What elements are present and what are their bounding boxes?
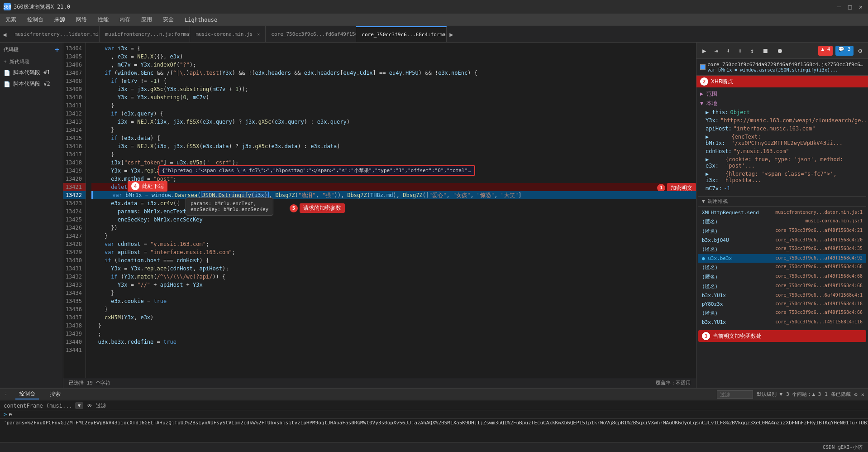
close-button[interactable]: ✕: [857, 3, 864, 10]
debug-step-over-btn[interactable]: ⇥: [712, 46, 720, 56]
line-num-13425[interactable]: 13425: [63, 216, 86, 224]
line-num-13411[interactable]: 13411: [63, 101, 86, 110]
cs-item-6[interactable]: (匿名) core_750cc3f9c6...af49f1568c4:68: [698, 263, 866, 272]
line-num-13406[interactable]: 13406: [63, 61, 86, 69]
line-num-13409[interactable]: 13409: [63, 85, 86, 93]
debug-step-btn[interactable]: ↕: [748, 46, 756, 56]
tab-music-corona[interactable]: music-corona.min.js ✕: [190, 26, 266, 42]
add-code-segment-button[interactable]: +: [55, 45, 59, 54]
line-num-13424[interactable]: 13424: [63, 207, 86, 216]
line-num-13419[interactable]: 13419: [63, 167, 86, 175]
cs-item-9[interactable]: b3x.YU1x core_750cc3f9c6...6af49f1568c4:…: [698, 291, 866, 300]
menu-item-memory[interactable]: 内存: [118, 15, 132, 24]
line-num-13414[interactable]: 13414: [63, 126, 86, 134]
line-num-13423[interactable]: 13423: [63, 199, 86, 207]
cs-item-8[interactable]: (匿名) core_750cc3f9c6...af49f1568c4:68: [698, 282, 866, 291]
line-num-13416[interactable]: 13416: [63, 142, 86, 150]
cs-item-11[interactable]: (匿名) core_750cc3f9c6...af49f1568c4:66: [698, 308, 866, 318]
xhr-breakpoint-item[interactable]: core_750cc3f9c674da9729fd6af49f1568c4.js…: [696, 59, 868, 76]
cs-item-10[interactable]: pY8Qz3x core_750cc3f9c6...af49f1568c4:18: [698, 300, 866, 308]
filter-input[interactable]: [717, 390, 753, 399]
cs-item-4[interactable]: (匿名) core_750cc3f9c6...af49f1568c4:35: [698, 245, 866, 254]
tab-nav-prev[interactable]: ◀: [0, 31, 9, 38]
line-num-13422[interactable]: 13422: [63, 191, 86, 199]
line-num-13438[interactable]: 13438: [63, 322, 86, 330]
call-stack-header[interactable]: ▼ 调用堆栈: [698, 196, 866, 207]
maximize-button[interactable]: □: [846, 3, 854, 10]
line-num-13435[interactable]: 13435: [63, 297, 86, 305]
menu-item-application[interactable]: 应用: [139, 15, 154, 24]
tab-musicfrontencry-formatted[interactable]: musicfrontencry...n.js:formatted ✕: [100, 26, 190, 42]
cs-item-2[interactable]: (匿名) core_750cc3f9c6...af49f1568c4:21: [698, 226, 866, 236]
debug-record-btn[interactable]: ⏺: [774, 46, 785, 56]
console-tab-console[interactable]: 控制台: [15, 389, 39, 399]
xhr-checkbox[interactable]: [700, 64, 706, 70]
default-level-select[interactable]: 默认级别 ▼: [757, 391, 782, 398]
line-num-13441[interactable]: 13441: [63, 346, 86, 354]
sidebar-item-script2[interactable]: 📄 脚本代码段 #2: [0, 78, 63, 90]
line-num-13407[interactable]: 13407: [63, 69, 86, 77]
resize-handle[interactable]: ⋮: [4, 392, 8, 397]
debug-step-into-btn[interactable]: ⬇: [724, 46, 732, 56]
debug-resume-btn[interactable]: ▶: [700, 46, 708, 56]
menu-item-sources[interactable]: 来源: [52, 15, 67, 24]
line-num-13418[interactable]: 13418: [63, 159, 86, 167]
console-tab-search[interactable]: 搜索: [46, 389, 64, 399]
scope-header-range[interactable]: ▶ 范围: [698, 89, 866, 99]
line-num-13436[interactable]: 13436: [63, 305, 86, 313]
cs-item-1[interactable]: (匿名) music-corona.min.js:1: [698, 217, 866, 226]
line-num-13440[interactable]: 13440: [63, 338, 86, 346]
line-num-13420[interactable]: 13420: [63, 175, 86, 183]
tab-musicfrontencry-validator[interactable]: musicfrontencry...lidator.min.js ✕: [9, 26, 100, 42]
scope-header-local[interactable]: ▼ 本地: [698, 99, 866, 108]
menu-item-security[interactable]: 安全: [161, 15, 176, 24]
line-num-13434[interactable]: 13434: [63, 289, 86, 297]
line-num-13408[interactable]: 13408: [63, 77, 86, 85]
line-num-13421[interactable]: 13421: [63, 183, 86, 191]
menu-item-elements[interactable]: 元素: [4, 15, 18, 24]
console-frame-dropdown[interactable]: ▼: [75, 402, 84, 409]
minimize-button[interactable]: ─: [835, 3, 843, 10]
cs-item-7[interactable]: (匿名) core_750cc3f9c6...af49f1568c4:68: [698, 272, 866, 282]
tab-core-formatted[interactable]: core_750cc3f9c6...68c4:formatted ✕: [356, 26, 447, 42]
new-code-segment-button[interactable]: + 新代码段: [0, 57, 63, 67]
line-num-13405[interactable]: 13405: [63, 53, 86, 61]
line-num-13412[interactable]: 13412: [63, 110, 86, 118]
code-scroll[interactable]: 13404 13405 13406 13407 13408 13409 1341…: [63, 43, 696, 378]
line-num-13439[interactable]: 13439: [63, 330, 86, 338]
line-num-13413[interactable]: 13413: [63, 118, 86, 126]
cs-item-12[interactable]: b3x.YU1x core_750cc3f9c6...f49f1568c4:11…: [698, 318, 866, 327]
cs-item-0[interactable]: XMLHttpRequest.send musicfrontencry...da…: [698, 208, 866, 217]
line-num-13417[interactable]: 13417: [63, 150, 86, 159]
cs-item-5-active[interactable]: ● u3x.be3x core_750cc3f9c6...af49f1568c4…: [698, 254, 866, 263]
menu-item-performance[interactable]: 性能: [96, 15, 110, 24]
line-num-13429[interactable]: 13429: [63, 248, 86, 256]
line-num-13427[interactable]: 13427: [63, 232, 86, 240]
settings-icon[interactable]: ⚙: [856, 46, 864, 56]
line-num-13437[interactable]: 13437: [63, 313, 86, 322]
debug-deactivate-btn[interactable]: ⏹: [760, 46, 771, 56]
menu-item-lighthouse[interactable]: Lighthouse: [183, 16, 219, 24]
code-line-13435: e3x.cookie = true: [91, 297, 696, 305]
line-num-13430[interactable]: 13430: [63, 256, 86, 264]
tab-nav-next[interactable]: ▶: [447, 31, 456, 38]
console-close-icon[interactable]: ✕: [861, 391, 864, 398]
line-num-13433[interactable]: 13433: [63, 281, 86, 289]
console-input-text: e: [9, 411, 12, 418]
tab-core-fd6af[interactable]: core_750cc3f9c6...fd6af49f1568c4 ✕: [266, 26, 356, 42]
menu-item-network[interactable]: 网络: [74, 15, 89, 24]
tab-close-icon[interactable]: ✕: [257, 32, 260, 37]
cs-item-3[interactable]: b3x.bjQ4U core_750cc3f9c6...af49f1568c4:…: [698, 236, 866, 245]
line-num-13428[interactable]: 13428: [63, 240, 86, 248]
line-num-13432[interactable]: 13432: [63, 273, 86, 281]
console-settings-icon[interactable]: ⚙: [854, 391, 858, 398]
line-num-13410[interactable]: 13410: [63, 93, 86, 101]
debug-step-out-btn[interactable]: ⬆: [736, 46, 744, 56]
line-num-13426[interactable]: 13426: [63, 224, 86, 232]
tooltip-params: params: bMr1x.encText, encSecKey: bMr1x.…: [186, 197, 273, 216]
menu-item-console[interactable]: 控制台: [25, 15, 45, 24]
sidebar-item-script1[interactable]: 📄 脚本代码段 #1: [0, 67, 63, 78]
line-num-13431[interactable]: 13431: [63, 264, 86, 273]
line-num-13415[interactable]: 13415: [63, 134, 86, 142]
line-num-13404[interactable]: 13404: [63, 44, 86, 53]
